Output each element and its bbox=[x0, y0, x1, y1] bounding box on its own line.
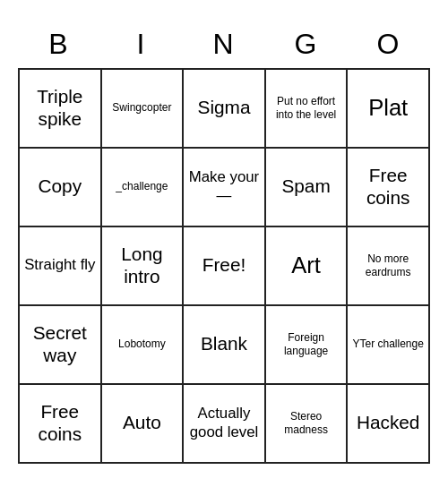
bingo-cell[interactable]: Sigma bbox=[184, 70, 266, 149]
bingo-cell[interactable]: Blank bbox=[184, 306, 266, 385]
bingo-cell[interactable]: Spam bbox=[266, 149, 349, 227]
header-letter: B bbox=[18, 24, 100, 68]
header-letter: N bbox=[183, 24, 265, 68]
bingo-cell[interactable]: _challenge bbox=[102, 149, 185, 227]
bingo-cell[interactable]: Put no effort into the level bbox=[266, 70, 349, 149]
bingo-header: BINGO bbox=[18, 24, 430, 68]
header-letter: G bbox=[265, 24, 348, 68]
cell-text: Stereo madness bbox=[270, 410, 343, 436]
cell-text: Free! bbox=[202, 254, 246, 277]
cell-text: Foreign language bbox=[270, 331, 343, 357]
bingo-cell[interactable]: Art bbox=[266, 227, 349, 306]
cell-text: Make your — bbox=[187, 168, 261, 204]
bingo-cell[interactable]: Straight fly bbox=[20, 227, 102, 306]
bingo-cell[interactable]: Foreign language bbox=[266, 306, 349, 385]
cell-text: Lobotomy bbox=[118, 337, 166, 350]
bingo-cell[interactable]: Triple spike bbox=[20, 70, 102, 149]
header-letter: O bbox=[348, 24, 430, 68]
cell-text: No more eardrums bbox=[351, 252, 425, 278]
bingo-cell[interactable]: Hacked bbox=[348, 385, 430, 464]
bingo-cell[interactable]: YTer challenge bbox=[348, 306, 430, 385]
cell-text: Actually good level bbox=[187, 405, 261, 440]
cell-text: Free coins bbox=[351, 165, 425, 209]
cell-text: Hacked bbox=[357, 412, 420, 434]
cell-text: Auto bbox=[123, 412, 161, 434]
cell-text: Put no effort into the level bbox=[270, 95, 343, 121]
bingo-cell[interactable]: Lobotomy bbox=[102, 306, 185, 385]
cell-text: Art bbox=[291, 252, 321, 279]
cell-text: Secret way bbox=[23, 322, 97, 367]
cell-text: Sigma bbox=[198, 97, 251, 119]
bingo-cell[interactable]: Free coins bbox=[20, 385, 102, 464]
cell-text: Long intro bbox=[106, 244, 179, 288]
bingo-cell[interactable]: Make your — bbox=[184, 149, 266, 227]
bingo-cell[interactable]: No more eardrums bbox=[348, 227, 430, 306]
bingo-cell[interactable]: Secret way bbox=[20, 306, 102, 385]
bingo-cell[interactable]: Swingcopter bbox=[102, 70, 185, 149]
cell-text: Plat bbox=[368, 94, 408, 122]
cell-text: Swingcopter bbox=[112, 101, 171, 114]
cell-text: _challenge bbox=[116, 180, 168, 192]
cell-text: Free coins bbox=[23, 401, 97, 446]
cell-text: Straight fly bbox=[24, 256, 95, 274]
bingo-card: BINGO Triple spikeSwingcopterSigmaPut no… bbox=[9, 15, 439, 473]
bingo-cell[interactable]: Free coins bbox=[348, 149, 430, 227]
bingo-grid: Triple spikeSwingcopterSigmaPut no effor… bbox=[18, 68, 430, 464]
cell-text: Spam bbox=[281, 175, 330, 198]
bingo-cell[interactable]: Auto bbox=[102, 385, 185, 464]
bingo-cell[interactable]: Stereo madness bbox=[266, 385, 349, 464]
cell-text: Copy bbox=[39, 175, 82, 198]
bingo-cell[interactable]: Copy bbox=[20, 149, 102, 227]
cell-text: Triple spike bbox=[23, 86, 97, 131]
bingo-cell[interactable]: Free! bbox=[184, 227, 266, 306]
header-letter: I bbox=[100, 24, 183, 68]
bingo-cell[interactable]: Actually good level bbox=[184, 385, 266, 464]
cell-text: Blank bbox=[201, 333, 247, 355]
bingo-cell[interactable]: Long intro bbox=[102, 227, 185, 306]
bingo-cell[interactable]: Plat bbox=[348, 70, 430, 149]
cell-text: YTer challenge bbox=[352, 337, 423, 350]
